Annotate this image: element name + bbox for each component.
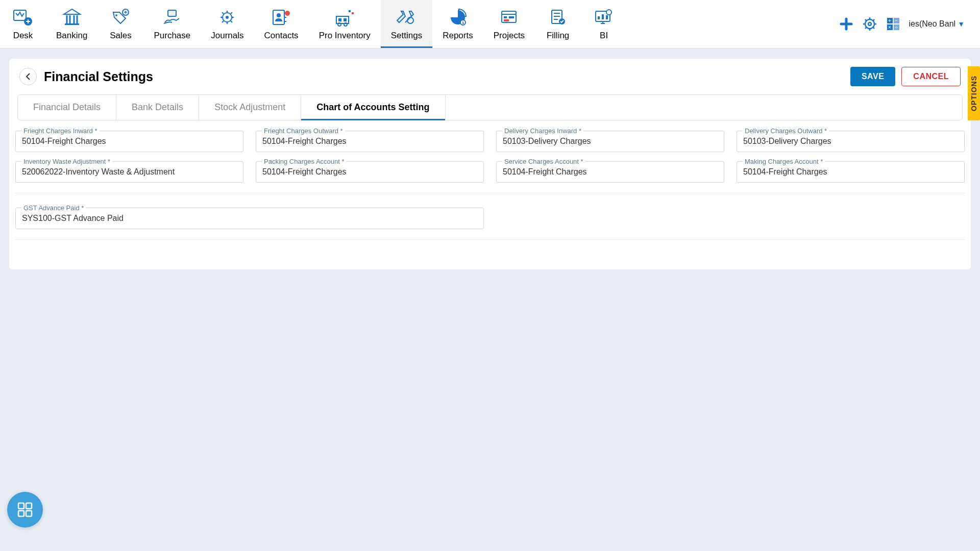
- calculator-button[interactable]: + − × ÷: [886, 16, 901, 32]
- nav-label: Desk: [13, 31, 33, 41]
- svg-rect-31: [504, 19, 509, 21]
- sales-icon: [110, 7, 131, 28]
- chevron-down-icon: ▼: [958, 20, 965, 28]
- projects-icon: [499, 7, 519, 28]
- nav-label: Sales: [110, 31, 132, 41]
- page-header: Financial Settings SAVE CANCEL: [9, 59, 971, 94]
- form-row: Inventory Waste Adjustment * Packing Cha…: [15, 161, 965, 183]
- nav-projects[interactable]: Projects: [483, 0, 535, 48]
- svg-rect-57: [26, 511, 32, 516]
- field-label: Service Charges Account *: [502, 158, 585, 165]
- svg-point-45: [868, 22, 871, 26]
- tab-financial-details[interactable]: Financial Details: [18, 95, 116, 120]
- nav-sales[interactable]: Sales: [97, 0, 143, 48]
- nav-pro-inventory[interactable]: Pro Inventory: [309, 0, 381, 48]
- field-freight-inward: Frieght Charges Inward *: [15, 131, 243, 152]
- svg-rect-54: [18, 503, 24, 509]
- nav-label: Projects: [494, 31, 525, 41]
- nav-label: Banking: [56, 31, 87, 41]
- nav-desk[interactable]: Desk: [0, 0, 46, 48]
- nav-purchase[interactable]: Purchase: [143, 0, 201, 48]
- svg-point-21: [338, 23, 341, 26]
- form-area: Frieght Charges Inward * Frieght Charges…: [9, 120, 971, 269]
- purchase-icon: [162, 7, 182, 28]
- cancel-button[interactable]: CANCEL: [901, 67, 961, 86]
- settings-icon: [396, 7, 416, 28]
- nav-label: Filling: [547, 31, 569, 41]
- nav-banking[interactable]: Banking: [46, 0, 97, 48]
- apps-fab[interactable]: [7, 492, 43, 528]
- account-label: ies(Neo Banl: [909, 19, 956, 29]
- svg-rect-42: [606, 15, 608, 19]
- svg-rect-24: [352, 12, 354, 14]
- svg-rect-30: [509, 16, 514, 18]
- settings-gear-button[interactable]: [862, 16, 877, 32]
- field-gst-advance: GST Advance Paid *: [15, 208, 484, 229]
- field-label: Frieght Charges Inward *: [21, 127, 100, 135]
- nav-label: Purchase: [154, 31, 190, 41]
- inventory-icon: [334, 7, 355, 28]
- svg-point-17: [285, 11, 290, 16]
- field-label: Inventory Waste Adjustment *: [21, 158, 112, 165]
- field-packing: Packing Charges Account *: [256, 161, 484, 183]
- save-button[interactable]: SAVE: [850, 67, 895, 86]
- divider: [15, 193, 965, 193]
- bi-icon: [594, 7, 614, 28]
- account-dropdown[interactable]: ies(Neo Banl ▼: [909, 19, 965, 29]
- nav-contacts[interactable]: Contacts: [254, 0, 309, 48]
- options-side-tab[interactable]: OPTIONS: [968, 66, 980, 120]
- filling-icon: [548, 7, 568, 28]
- svg-rect-2: [65, 23, 79, 25]
- nav-reports[interactable]: Reports: [432, 0, 483, 48]
- tab-bank-details[interactable]: Bank Details: [116, 95, 199, 120]
- journals-icon: [217, 7, 237, 28]
- nav-label: BI: [600, 31, 608, 41]
- svg-rect-19: [338, 18, 341, 21]
- svg-point-25: [407, 17, 413, 23]
- field-label: Making Charges Account *: [743, 158, 825, 165]
- divider: [15, 239, 965, 240]
- nav-actions: + − × ÷ ies(Neo Banl ▼: [839, 16, 970, 32]
- page-wrapper: Financial Settings SAVE CANCEL Financial…: [0, 48, 980, 280]
- field-service: Service Charges Account *: [496, 161, 724, 183]
- reports-icon: [448, 7, 468, 28]
- nav-bi[interactable]: BI: [581, 0, 627, 48]
- back-button[interactable]: [19, 68, 37, 85]
- nav-label: Settings: [391, 31, 422, 41]
- nav-label: Pro Inventory: [319, 31, 371, 41]
- desk-icon: [13, 7, 33, 28]
- add-button[interactable]: [839, 16, 854, 32]
- svg-rect-41: [602, 14, 604, 19]
- form-row: Frieght Charges Inward * Frieght Charges…: [15, 131, 965, 152]
- svg-point-7: [115, 14, 117, 16]
- svg-text:÷: ÷: [895, 24, 898, 30]
- field-label: Frieght Charges Outward *: [262, 127, 345, 135]
- svg-rect-55: [26, 503, 32, 509]
- tab-chart-of-accounts[interactable]: Chart of Accounts Setting: [301, 95, 445, 120]
- svg-rect-23: [349, 10, 351, 12]
- top-navigation: Desk Banking: [0, 0, 980, 48]
- field-delivery-inward: Delivery Charges Inward *: [496, 131, 724, 152]
- svg-rect-29: [504, 16, 507, 18]
- svg-text:+: +: [888, 18, 891, 23]
- svg-point-22: [344, 23, 347, 26]
- nav-filling[interactable]: Filling: [535, 0, 581, 48]
- svg-point-43: [606, 10, 611, 15]
- nav-settings[interactable]: Settings: [381, 0, 432, 48]
- tabs: Financial Details Bank Details Stock Adj…: [17, 94, 963, 120]
- field-delivery-outward: Delivery Charges Outward *: [737, 131, 965, 152]
- svg-point-16: [277, 13, 281, 17]
- nav-label: Journals: [211, 31, 243, 41]
- field-label: Delivery Charges Inward *: [502, 127, 583, 135]
- field-label: Packing Charges Account *: [262, 158, 347, 165]
- svg-text:×: ×: [888, 24, 891, 30]
- tab-stock-adjustment[interactable]: Stock Adjustment: [199, 95, 301, 120]
- nav-journals[interactable]: Journals: [201, 0, 254, 48]
- field-label: Delivery Charges Outward *: [743, 127, 829, 135]
- svg-rect-18: [336, 16, 349, 23]
- svg-rect-56: [18, 511, 24, 516]
- page-title: Financial Settings: [44, 69, 850, 84]
- svg-text:−: −: [895, 18, 898, 23]
- field-label: GST Advance Paid *: [21, 204, 86, 212]
- nav-items: Desk Banking: [0, 0, 627, 48]
